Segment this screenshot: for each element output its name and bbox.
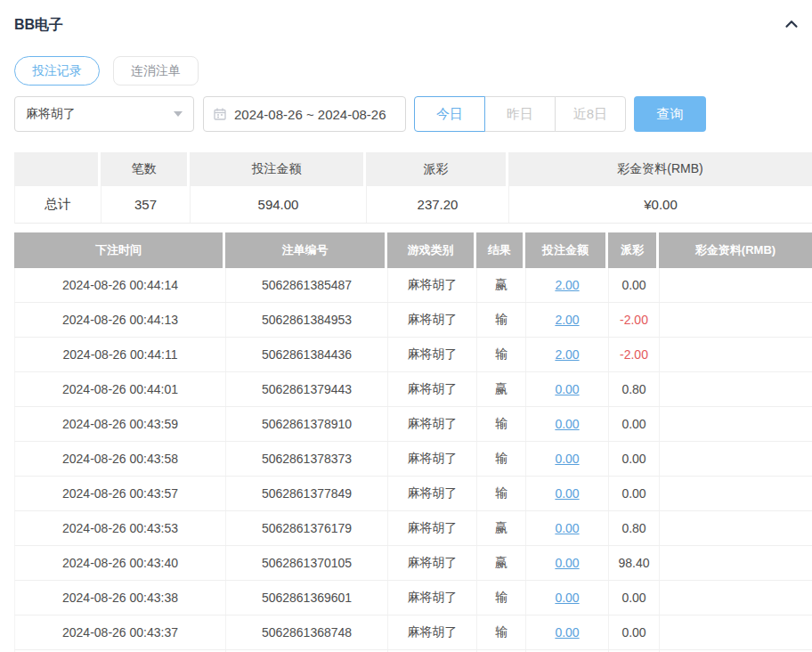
cell-bet-time: 2024-08-26 00:43:57 xyxy=(15,477,226,510)
summary-header-cell: 笔数 xyxy=(101,152,190,186)
cell-result: 赢 xyxy=(477,546,526,580)
cell-payout: 98.40 xyxy=(609,546,660,580)
table-row: 2024-08-26 00:44:01 5062861379443 麻将胡了 赢… xyxy=(14,372,812,407)
cell-jackpot xyxy=(660,442,812,476)
cell-jackpot xyxy=(660,407,812,441)
cell-order-no: 5062861378910 xyxy=(226,407,388,441)
cell-jackpot xyxy=(660,338,812,371)
cell-jackpot xyxy=(660,372,812,406)
summary-header-cell: 彩金资料(RMB) xyxy=(508,152,812,186)
payout-value: 0.80 xyxy=(621,521,646,535)
cell-order-no: 5062861378373 xyxy=(226,442,388,476)
summary-header-row: 笔数 投注金额 派彩 彩金资料(RMB) xyxy=(14,152,812,186)
cell-result: 赢 xyxy=(477,268,526,302)
cell-bet-time: 2024-08-26 00:43:40 xyxy=(15,546,226,580)
cell-order-no: 5062861384953 xyxy=(226,303,388,337)
cell-result: 输 xyxy=(477,442,526,476)
search-button[interactable]: 查询 xyxy=(634,96,706,132)
cell-jackpot xyxy=(660,581,812,615)
quick-date-button[interactable]: 昨日 xyxy=(484,96,556,132)
bet-amount-link[interactable]: 0.00 xyxy=(555,417,579,431)
bet-amount-link[interactable]: 2.00 xyxy=(555,347,579,362)
cell-game-type: 麻将胡了 xyxy=(388,615,477,649)
records-header-cell: 彩金资料(RMB) xyxy=(659,232,812,268)
panel-header: BB电子 xyxy=(0,0,812,35)
payout-value: 0.00 xyxy=(621,591,646,605)
cell-bet-time: 2024-08-26 00:43:53 xyxy=(15,511,226,545)
bet-amount-link[interactable]: 0.00 xyxy=(555,486,579,501)
cell-bet-amount: 2.00 xyxy=(526,338,609,371)
cell-payout: 0.00 xyxy=(609,581,660,615)
payout-value: -2.00 xyxy=(620,313,648,327)
date-range-value: 2024-08-26 ~ 2024-08-26 xyxy=(234,107,386,122)
quick-date-button[interactable]: 今日 xyxy=(414,96,485,132)
cell-order-no: 5062861379443 xyxy=(226,372,388,406)
cell-game-type: 麻将胡了 xyxy=(388,372,477,406)
cell-bet-amount: 0.00 xyxy=(526,581,609,615)
table-row: 2024-08-26 00:44:13 5062861384953 麻将胡了 输… xyxy=(14,303,812,338)
cell-result: 输 xyxy=(477,303,526,337)
cell-payout: -2.00 xyxy=(609,338,660,371)
table-row: 2024-08-26 00:43:58 5062861378373 麻将胡了 输… xyxy=(14,442,812,477)
page-title: BB电子 xyxy=(14,16,63,35)
quick-date-group: 今日 昨日 近8日 xyxy=(414,96,626,132)
records-header-cell: 派彩 xyxy=(608,232,659,268)
summary-table: 笔数 投注金额 派彩 彩金资料(RMB) 总计 357 594.00 237.2… xyxy=(14,152,812,224)
payout-value: 0.00 xyxy=(621,452,646,466)
cell-bet-amount: 0.00 xyxy=(526,511,609,545)
cell-bet-amount: 0.00 xyxy=(526,477,609,510)
cell-order-no: 5062861370105 xyxy=(226,546,388,580)
bet-amount-link[interactable]: 2.00 xyxy=(555,313,579,327)
bet-amount-link[interactable]: 0.00 xyxy=(555,521,579,535)
quick-date-button[interactable]: 近8日 xyxy=(555,96,626,132)
records-header-cell: 游戏类别 xyxy=(387,232,476,268)
cell-game-type: 麻将胡了 xyxy=(388,511,477,545)
payout-value: 0.00 xyxy=(621,278,646,292)
chevron-up-icon xyxy=(782,14,801,34)
records-header-cell: 注单编号 xyxy=(225,232,387,268)
tab-bar: 投注记录 连消注单 xyxy=(14,56,798,86)
bet-amount-link[interactable]: 0.00 xyxy=(555,382,579,396)
cell-game-type: 麻将胡了 xyxy=(388,338,477,371)
cell-jackpot xyxy=(660,477,812,510)
summary-jackpot: ¥0.00 xyxy=(509,186,812,223)
date-range-picker[interactable]: 2024-08-26 ~ 2024-08-26 xyxy=(203,96,406,132)
bet-amount-link[interactable]: 2.00 xyxy=(555,278,579,292)
filter-bar: 麻将胡了 2024-08-26 ~ 2024-08-26 今日 昨日 近8日 xyxy=(14,96,798,132)
cell-game-type: 麻将胡了 xyxy=(388,442,477,476)
cell-game-type: 麻将胡了 xyxy=(388,581,477,615)
cell-payout: 0.00 xyxy=(609,407,660,441)
cell-game-type: 麻将胡了 xyxy=(388,477,477,510)
cell-game-type: 麻将胡了 xyxy=(388,546,477,580)
cell-jackpot xyxy=(660,268,812,302)
cell-result: 输 xyxy=(477,581,526,615)
bet-amount-link[interactable]: 0.00 xyxy=(555,625,579,640)
caret-down-icon xyxy=(174,111,183,117)
cell-order-no: 5062861368748 xyxy=(226,615,388,649)
cell-jackpot xyxy=(660,303,812,337)
cell-result: 赢 xyxy=(477,511,526,545)
tab[interactable]: 连消注单 xyxy=(113,56,199,86)
game-select[interactable]: 麻将胡了 xyxy=(14,96,194,132)
cell-bet-time: 2024-08-26 00:43:58 xyxy=(15,442,226,476)
cell-payout: -2.00 xyxy=(609,303,660,337)
bet-amount-link[interactable]: 0.00 xyxy=(555,591,579,605)
table-row: 2024-08-26 00:43:53 5062861376179 麻将胡了 赢… xyxy=(14,511,812,546)
cell-payout: 0.00 xyxy=(609,442,660,476)
cell-bet-amount: 0.00 xyxy=(526,546,609,580)
tab[interactable]: 投注记录 xyxy=(14,56,100,86)
bet-amount-link[interactable]: 0.00 xyxy=(555,452,579,466)
bet-amount-link[interactable]: 0.00 xyxy=(555,556,579,570)
cell-bet-amount: 0.00 xyxy=(526,615,609,649)
cell-bet-amount: 0.00 xyxy=(526,372,609,406)
cell-game-type: 麻将胡了 xyxy=(388,303,477,337)
cell-bet-time: 2024-08-26 00:44:01 xyxy=(15,372,226,406)
game-select-value: 麻将胡了 xyxy=(26,106,76,122)
payout-value: 98.40 xyxy=(618,556,649,570)
summary-bet-amount: 594.00 xyxy=(191,186,367,223)
cell-result: 输 xyxy=(477,338,526,371)
collapse-button[interactable] xyxy=(780,12,803,36)
payout-value: -2.00 xyxy=(620,347,648,362)
cell-result: 赢 xyxy=(477,372,526,406)
cell-result: 输 xyxy=(477,615,526,649)
